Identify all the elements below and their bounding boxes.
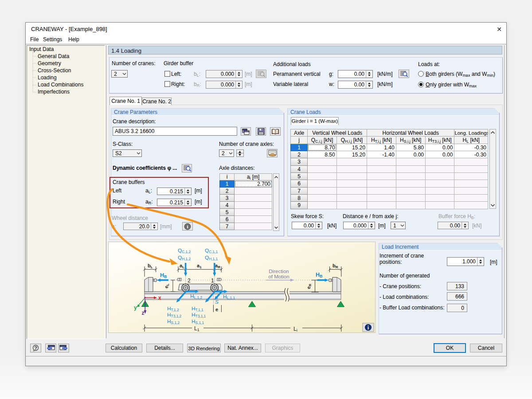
svg-text:Direction: Direction [269,269,289,274]
svg-text:1: 1 [211,278,214,284]
svg-text:x: x [158,295,161,301]
svg-text:z: z [142,310,145,316]
svg-text:?: ? [34,345,37,351]
svg-text:S: S [215,299,219,305]
svg-text:2: 2 [188,278,191,284]
svg-text:i: i [187,224,188,229]
svg-text:of Motion: of Motion [268,274,289,279]
svg-text:e: e [215,307,218,312]
svg-text:y: y [134,305,137,311]
